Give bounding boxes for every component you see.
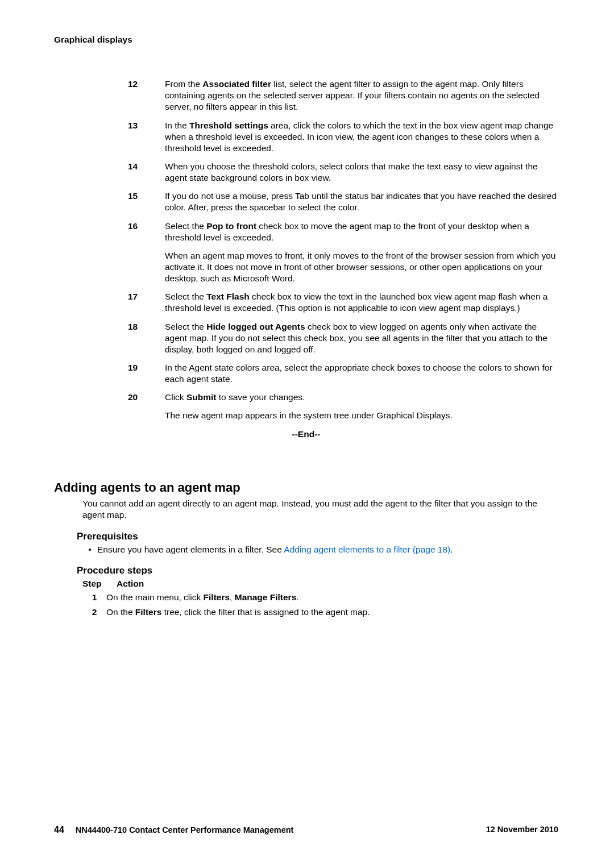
step-paragraph: From the Associated filter list, select … bbox=[165, 78, 558, 113]
step-body: If you do not use a mouse, press Tab unt… bbox=[165, 190, 558, 213]
step-paragraph: The new agent map appears in the system … bbox=[165, 410, 558, 421]
footer-doc-title: NN44400-710 Contact Center Performance M… bbox=[76, 825, 294, 834]
link-adding-agent-elements[interactable]: Adding agent elements to a filter (page … bbox=[284, 545, 450, 554]
step-paragraph: In the Threshold settings area, click th… bbox=[165, 120, 558, 154]
step-paragraph: When you choose the threshold colors, se… bbox=[165, 161, 558, 184]
step-row: 16Select the Pop to front check box to m… bbox=[128, 221, 558, 285]
step-paragraph: Select the Hide logged out Agents check … bbox=[165, 321, 558, 355]
prerequisites-heading: Prerequisites bbox=[77, 530, 558, 543]
bullet-dot-icon: • bbox=[82, 544, 97, 555]
step-number: 14 bbox=[128, 161, 165, 184]
step-number: 19 bbox=[128, 362, 165, 385]
procedure-step-body: On the Filters tree, click the filter th… bbox=[106, 607, 370, 618]
bullet-text-tail: . bbox=[450, 545, 453, 554]
step-paragraph: When an agent map moves to front, it onl… bbox=[165, 250, 558, 284]
step-row: 12From the Associated filter list, selec… bbox=[128, 78, 558, 113]
page-footer: 44 NN44400-710 Contact Center Performanc… bbox=[54, 824, 558, 836]
procedure-row: 2On the Filters tree, click the filter t… bbox=[82, 607, 558, 618]
step-body: From the Associated filter list, select … bbox=[165, 78, 558, 113]
page-number: 44 bbox=[54, 825, 64, 834]
bullet-item: • Ensure you have agent elements in a fi… bbox=[82, 544, 558, 555]
step-body: In the Agent state colors area, select t… bbox=[165, 362, 558, 385]
procedure-step-number: 2 bbox=[82, 607, 106, 618]
step-row: 17Select the Text Flash check box to vie… bbox=[128, 291, 558, 314]
procedure-header-row: Step Action bbox=[82, 578, 558, 589]
step-body: Select the Text Flash check box to view … bbox=[165, 291, 558, 314]
step-number: 20 bbox=[128, 392, 165, 421]
footer-date: 12 November 2010 bbox=[486, 824, 558, 836]
step-body: Click Submit to save your changes.The ne… bbox=[165, 392, 558, 421]
step-paragraph: If you do not use a mouse, press Tab unt… bbox=[165, 190, 558, 213]
section-heading: Adding agents to an agent map bbox=[54, 480, 558, 496]
step-number: 17 bbox=[128, 291, 165, 314]
bullet-text-plain: Ensure you have agent elements in a filt… bbox=[97, 545, 284, 554]
step-row: 18Select the Hide logged out Agents chec… bbox=[128, 321, 558, 355]
step-paragraph: Select the Pop to front check box to mov… bbox=[165, 221, 558, 243]
step-paragraph: Select the Text Flash check box to view … bbox=[165, 291, 558, 314]
section-header: Graphical displays bbox=[54, 34, 558, 45]
end-marker: --End-- bbox=[54, 429, 558, 440]
step-number: 12 bbox=[128, 78, 165, 113]
numbered-step-list: 12From the Associated filter list, selec… bbox=[128, 78, 558, 421]
procedure-step-body: On the main menu, click Filters, Manage … bbox=[106, 592, 299, 603]
step-body: When you choose the threshold colors, se… bbox=[165, 161, 558, 184]
step-number: 16 bbox=[128, 221, 165, 285]
procedure-steps-heading: Procedure steps bbox=[77, 564, 558, 577]
bullet-list: • Ensure you have agent elements in a fi… bbox=[82, 544, 558, 555]
step-paragraph: Click Submit to save your changes. bbox=[165, 392, 558, 403]
step-paragraph: In the Agent state colors area, select t… bbox=[165, 362, 558, 385]
step-row: 15If you do not use a mouse, press Tab u… bbox=[128, 190, 558, 213]
procedure-header-step: Step bbox=[82, 578, 117, 589]
step-row: 13In the Threshold settings area, click … bbox=[128, 120, 558, 154]
step-number: 15 bbox=[128, 190, 165, 213]
step-body: Select the Hide logged out Agents check … bbox=[165, 321, 558, 355]
step-number: 18 bbox=[128, 321, 165, 355]
step-body: Select the Pop to front check box to mov… bbox=[165, 221, 558, 285]
step-body: In the Threshold settings area, click th… bbox=[165, 120, 558, 154]
procedure-step-number: 1 bbox=[82, 592, 106, 603]
section-intro: You cannot add an agent directly to an a… bbox=[82, 498, 558, 521]
procedure-header-action: Action bbox=[117, 578, 144, 589]
step-number: 13 bbox=[128, 120, 165, 154]
step-row: 20Click Submit to save your changes.The … bbox=[128, 392, 558, 421]
step-row: 14When you choose the threshold colors, … bbox=[128, 161, 558, 184]
step-row: 19In the Agent state colors area, select… bbox=[128, 362, 558, 385]
procedure-row: 1On the main menu, click Filters, Manage… bbox=[82, 592, 558, 603]
bullet-text: Ensure you have agent elements in a filt… bbox=[97, 544, 558, 555]
